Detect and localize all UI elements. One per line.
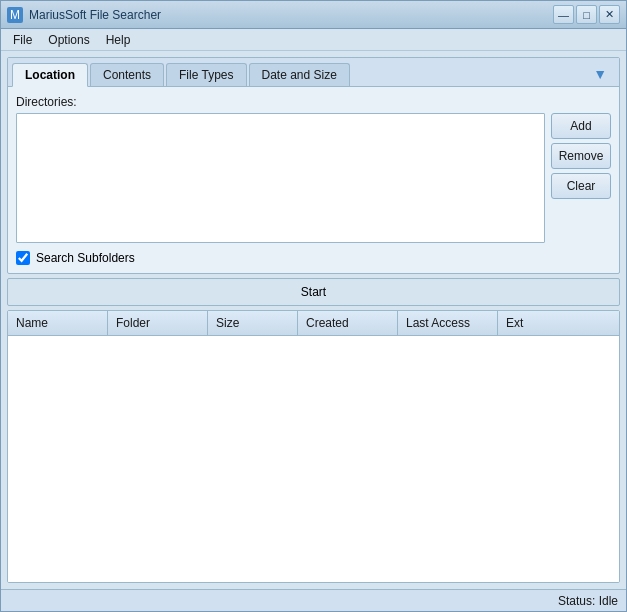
col-name[interactable]: Name [8, 311, 108, 335]
directory-buttons: Add Remove Clear [551, 113, 611, 243]
directories-list[interactable] [16, 113, 545, 243]
status-text: Status: Idle [558, 594, 618, 608]
search-subfolders-checkbox[interactable] [16, 251, 30, 265]
start-button[interactable]: Start [7, 278, 620, 306]
status-value: Idle [599, 594, 618, 608]
search-subfolders-row: Search Subfolders [16, 251, 611, 265]
status-bar: Status: Idle [1, 589, 626, 611]
col-size[interactable]: Size [208, 311, 298, 335]
main-content: Location Contents File Types Date and Si… [1, 51, 626, 589]
results-table: Name Folder Size Created Last Access Ext [7, 310, 620, 583]
search-subfolders-label: Search Subfolders [36, 251, 135, 265]
menu-help[interactable]: Help [98, 31, 139, 49]
maximize-button[interactable]: □ [576, 5, 597, 24]
tab-bar: Location Contents File Types Date and Si… [8, 58, 619, 87]
menu-options[interactable]: Options [40, 31, 97, 49]
menu-bar: File Options Help [1, 29, 626, 51]
main-window: M MariusSoft File Searcher — □ ✕ File Op… [0, 0, 627, 612]
close-button[interactable]: ✕ [599, 5, 620, 24]
tab-file-types[interactable]: File Types [166, 63, 246, 86]
start-label: Start [301, 285, 326, 299]
table-header: Name Folder Size Created Last Access Ext [8, 311, 619, 336]
remove-button[interactable]: Remove [551, 143, 611, 169]
status-label: Status: [558, 594, 595, 608]
minimize-button[interactable]: — [553, 5, 574, 24]
clear-button[interactable]: Clear [551, 173, 611, 199]
window-controls: — □ ✕ [553, 5, 620, 24]
table-body [8, 336, 619, 582]
funnel-icon: ▼ [585, 62, 615, 86]
add-button[interactable]: Add [551, 113, 611, 139]
tab-location[interactable]: Location [12, 63, 88, 87]
tab-location-content: Directories: Add Remove Clear Search Sub… [8, 87, 619, 273]
col-last-access[interactable]: Last Access [398, 311, 498, 335]
tab-panel: Location Contents File Types Date and Si… [7, 57, 620, 274]
col-folder[interactable]: Folder [108, 311, 208, 335]
menu-file[interactable]: File [5, 31, 40, 49]
tab-date-and-size[interactable]: Date and Size [249, 63, 350, 86]
title-bar: M MariusSoft File Searcher — □ ✕ [1, 1, 626, 29]
col-ext[interactable]: Ext [498, 311, 619, 335]
directories-label: Directories: [16, 95, 611, 109]
col-created[interactable]: Created [298, 311, 398, 335]
window-title: MariusSoft File Searcher [29, 8, 553, 22]
app-icon: M [7, 7, 23, 23]
tab-contents[interactable]: Contents [90, 63, 164, 86]
directories-row: Add Remove Clear [16, 113, 611, 243]
